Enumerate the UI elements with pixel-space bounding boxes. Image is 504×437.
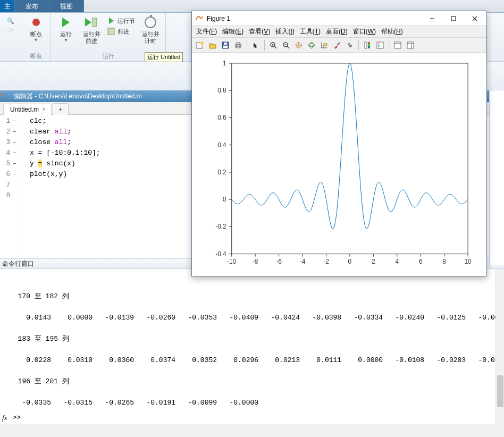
ribbon-tab-publish[interactable]: 发布 — [15, 0, 49, 12]
svg-text:-2: -2 — [323, 258, 329, 265]
menu-插入[interactable]: 插入(I) — [275, 27, 294, 36]
command-window-body[interactable]: 170 至 182 列 0.0143 0.0000 -0.0139 -0.026… — [0, 269, 504, 424]
svg-point-25 — [310, 42, 313, 48]
find-icon[interactable]: 🔍 — [5, 16, 16, 26]
menu-帮助[interactable]: 帮助(H) — [381, 27, 403, 36]
ribbon-tab-view[interactable]: 视图 — [49, 0, 84, 12]
prompt-text: >> — [9, 413, 21, 423]
colorbar-icon[interactable] — [362, 39, 373, 51]
svg-rect-28 — [324, 44, 327, 46]
figure-menubar: 文件(F)编辑(E)查看(V)插入(I)工具(T)桌面(D)窗口(W)帮助(H) — [192, 26, 486, 38]
run-advance-icon — [84, 15, 99, 30]
figure-toolbar — [192, 38, 486, 53]
run-group-caption: 运行 — [103, 52, 114, 61]
svg-rect-15 — [237, 43, 240, 44]
close-icon[interactable]: × — [42, 106, 46, 113]
svg-text:2: 2 — [372, 258, 375, 265]
menu-窗口[interactable]: 窗口(W) — [353, 27, 376, 36]
save-icon[interactable] — [220, 39, 231, 51]
run-and-time-button[interactable]: 运行并 计时 — [139, 14, 162, 46]
svg-rect-33 — [368, 42, 370, 48]
editor-doc-icon — [3, 93, 11, 100]
svg-text:10: 10 — [464, 258, 472, 265]
brush-icon[interactable] — [331, 39, 343, 51]
svg-line-22 — [287, 46, 289, 48]
svg-text:-6: -6 — [276, 258, 282, 265]
run-section-label: 运行节 — [117, 17, 135, 25]
menu-桌面[interactable]: 桌面(D) — [326, 27, 348, 36]
svg-rect-2 — [93, 18, 97, 27]
svg-rect-13 — [224, 43, 227, 45]
run-tooltip: 运行 Untitled — [145, 52, 183, 62]
pointer-icon[interactable] — [250, 39, 262, 51]
advance-label: 前进 — [117, 28, 129, 36]
maximize-button[interactable] — [443, 12, 464, 26]
scrollbar-thumb[interactable] — [497, 375, 503, 407]
stopwatch-icon — [143, 15, 158, 30]
run-section-button[interactable]: 运行节 — [105, 16, 137, 26]
editor-gutter: 1–2–3–4–5–6–7 8 — [0, 115, 20, 258]
svg-text:-4: -4 — [300, 258, 306, 265]
pan-icon[interactable] — [293, 39, 305, 51]
run-label: 运行 — [60, 31, 72, 38]
command-scrollbar[interactable] — [495, 269, 504, 424]
matlab-figure-icon — [195, 13, 204, 23]
breakpoint-icon — [29, 15, 44, 30]
print-icon[interactable] — [232, 39, 244, 51]
advance-icon — [107, 27, 115, 36]
menu-工具[interactable]: 工具(T) — [300, 27, 321, 36]
svg-rect-3 — [108, 28, 114, 35]
run-advance-label: 运行并 前进 — [83, 31, 100, 45]
menu-编辑[interactable]: 编辑(E) — [222, 27, 243, 36]
layout-icon[interactable] — [392, 39, 404, 51]
breakpoints-group-caption: 断点 — [30, 52, 42, 61]
svg-text:0.6: 0.6 — [217, 114, 226, 121]
svg-text:6: 6 — [419, 258, 423, 265]
open-icon[interactable] — [207, 39, 219, 51]
svg-text:-0.4: -0.4 — [215, 250, 226, 258]
svg-text:8: 8 — [442, 258, 446, 265]
svg-text:4: 4 — [395, 258, 399, 265]
svg-line-30 — [337, 43, 340, 45]
new-figure-icon[interactable] — [194, 39, 206, 51]
ribbon-tab-home[interactable]: 主 — [0, 0, 15, 12]
goto-icon[interactable]: 📄 — [5, 27, 16, 36]
menu-文件[interactable]: 文件(F) — [196, 27, 217, 36]
svg-line-18 — [274, 46, 276, 48]
link-icon[interactable] — [344, 39, 356, 51]
figure-canvas[interactable]: -10-8-6-4-20246810-0.4-0.200.20.40.60.81 — [192, 53, 486, 276]
svg-rect-43 — [232, 63, 468, 254]
svg-text:-0.2: -0.2 — [215, 223, 226, 230]
command-prompt[interactable]: fx >> — [0, 413, 21, 423]
minimize-button[interactable] — [422, 12, 443, 26]
svg-rect-12 — [223, 46, 228, 48]
run-and-advance-button[interactable]: 运行并 前进 — [80, 14, 103, 46]
legend-icon[interactable] — [374, 39, 386, 51]
editor-tab-untitled[interactable]: Untitled.m × — [3, 104, 52, 115]
advance-button[interactable]: 前进 — [105, 27, 137, 36]
breakpoints-button[interactable]: 断点 ▼ — [24, 14, 48, 44]
run-button[interactable]: 运行 ▼ — [54, 14, 78, 44]
svg-text:0.8: 0.8 — [217, 87, 226, 94]
data-cursor-icon[interactable] — [318, 39, 330, 51]
editor-tab-label: Untitled.m — [10, 106, 39, 113]
zoom-in-icon[interactable] — [267, 39, 279, 51]
layout2-icon[interactable] — [405, 39, 416, 51]
svg-point-0 — [32, 19, 40, 26]
breakpoints-label: 断点 — [30, 31, 42, 38]
rotate3d-icon[interactable] — [306, 39, 317, 51]
close-button[interactable] — [464, 12, 485, 26]
editor-code[interactable]: clc;clear all;close all;x = [-10:0.1:10]… — [20, 115, 100, 258]
zoom-out-icon[interactable] — [280, 39, 292, 51]
svg-rect-34 — [377, 42, 383, 48]
fx-icon[interactable]: fx — [0, 413, 7, 423]
editor-tab-add[interactable]: ＋ — [53, 103, 69, 115]
figure-title-text: Figure 1 — [207, 15, 230, 22]
svg-text:0.4: 0.4 — [217, 141, 226, 149]
run-time-label: 运行并 计时 — [142, 31, 159, 45]
svg-marker-1 — [85, 18, 91, 27]
figure-titlebar[interactable]: Figure 1 — [192, 11, 486, 26]
svg-line-29 — [323, 46, 324, 47]
menu-查看[interactable]: 查看(V) — [249, 27, 270, 36]
axes[interactable]: -10-8-6-4-20246810-0.4-0.200.20.40.60.81 — [192, 53, 486, 275]
